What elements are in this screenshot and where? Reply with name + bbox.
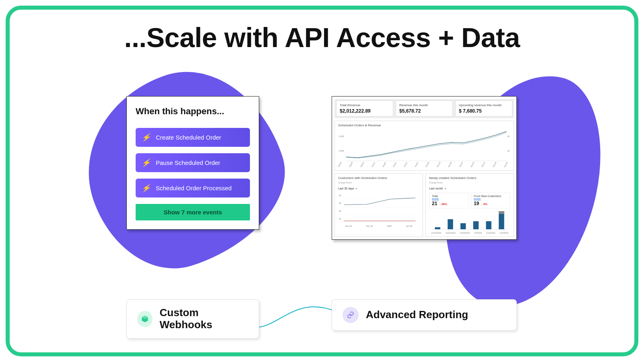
page-title: ...Scale with API Access + Data [10, 22, 634, 53]
y-tick: 40 [507, 135, 510, 138]
show-more-events-button[interactable]: Show 7 more events [136, 204, 250, 220]
panel-title: Newly created Scheduled Orders [429, 176, 510, 180]
x-ticks: Dec 18 Dec 25 2024 Jan 08 [338, 225, 419, 227]
stat-title: From New Customers [474, 195, 508, 197]
customers-scheduled-orders-panel: Customers with Scheduled Orders Change P… [334, 173, 423, 237]
stat-total: Total details 21 - 30% [429, 193, 469, 208]
svg-rect-9 [460, 223, 466, 229]
scheduled-orders-revenue-chart: Scheduled Orders & Revenue 4,000 2,000 4… [334, 121, 514, 171]
reporting-card: Total Revenue $2,012,222.89 Revenue this… [332, 96, 517, 240]
connector-line [255, 299, 336, 335]
advanced-reporting-caption: Advanced Reporting [332, 299, 517, 331]
period-label: Change Period [338, 181, 419, 184]
period-dropdown[interactable]: Last month [429, 187, 446, 190]
stat-delta: - 30% [440, 203, 447, 206]
svg-rect-13 [499, 211, 504, 214]
kpi-revenue-this-month: Revenue this month $5,678.72 [396, 101, 453, 117]
kpi-upcoming-revenue: Upcoming revenue this month $ 7,680.75 [455, 101, 512, 117]
bolt-icon: ⚡ [141, 158, 151, 167]
trigger-label: Scheduled Order Processed [156, 185, 231, 191]
link-icon [343, 307, 359, 323]
y-tick: 20 [507, 150, 510, 152]
stat-from-new-customers: From New Customers details 19 - 9% [471, 193, 510, 208]
svg-rect-7 [435, 227, 440, 229]
period-dropdown[interactable]: Last 30 days [338, 187, 357, 190]
stat-delta: - 9% [482, 203, 487, 206]
kpi-value: $5,678.72 [399, 108, 449, 114]
trigger-label: Create Scheduled Order [156, 134, 221, 141]
trigger-create-scheduled-order[interactable]: ⚡ Create Scheduled Order [136, 128, 250, 147]
kpi-label: Total Revenue [340, 103, 390, 107]
stat-title: Total [432, 195, 466, 197]
kpi-label: Upcoming revenue this month [459, 103, 509, 107]
kpi-label: Revenue this month [399, 103, 449, 107]
customers-line-chart: 40 30 20 10 [338, 193, 419, 224]
kpi-total-revenue: Total Revenue $2,012,222.89 [336, 101, 393, 117]
caption-text: Custom Webhooks [160, 307, 248, 331]
svg-rect-8 [448, 219, 453, 229]
bolt-icon: ⚡ [141, 183, 151, 193]
details-link[interactable]: details [474, 197, 508, 200]
kpi-row: Total Revenue $2,012,222.89 Revenue this… [334, 99, 514, 118]
trigger-label: Pause Scheduled Order [156, 159, 220, 166]
webhooks-card: When this happens... ⚡ Create Scheduled … [126, 96, 259, 230]
custom-webhooks-caption: Custom Webhooks [126, 299, 259, 339]
x-ticks: 12/15/2022 12/22/2022 12/29/2022 1/5/202… [429, 232, 510, 234]
trigger-scheduled-order-processed[interactable]: ⚡ Scheduled Order Processed [136, 179, 250, 197]
y-tick: 4,000 [339, 135, 344, 138]
chart-area: 4,000 2,000 40 20 [338, 129, 510, 165]
new-orders-bar-chart [429, 210, 510, 231]
kpi-value: $2,012,222.89 [340, 108, 390, 114]
details-link[interactable]: details [432, 197, 466, 200]
stat-value: 19 - 9% [474, 201, 508, 206]
slide-frame: ...Scale with API Access + Data When thi… [6, 6, 638, 356]
stat-value: 21 - 30% [432, 201, 466, 206]
trigger-pause-scheduled-order[interactable]: ⚡ Pause Scheduled Order [136, 153, 250, 172]
kpi-value: $ 7,680.75 [459, 108, 509, 114]
y-tick: 2,000 [339, 150, 344, 152]
svg-rect-11 [486, 221, 491, 229]
period-label: Change Period [429, 181, 510, 184]
new-scheduled-orders-panel: Newly created Scheduled Orders Change Pe… [425, 173, 514, 237]
line-chart-svg [338, 129, 510, 165]
x-ticks: Sep18 Sep20 Sep22 Oct02 Oct09 Oct16 Oct2… [338, 166, 510, 168]
panel-title: Customers with Scheduled Orders [338, 176, 419, 180]
bolt-icon: ⚡ [141, 133, 151, 142]
cube-icon [137, 311, 153, 327]
caption-text: Advanced Reporting [366, 309, 468, 321]
webhooks-heading: When this happens... [136, 106, 250, 117]
svg-rect-10 [473, 221, 479, 229]
lower-panels: Customers with Scheduled Orders Change P… [334, 173, 514, 237]
stat-pair: Total details 21 - 30% From New Customer… [429, 193, 510, 208]
chart-title: Scheduled Orders & Revenue [338, 123, 510, 127]
